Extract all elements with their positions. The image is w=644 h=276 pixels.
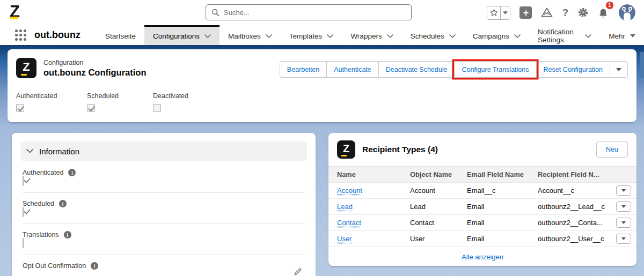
info-icon[interactable]: i (91, 262, 98, 270)
tab-templates[interactable]: Templates (281, 25, 342, 45)
svg-text:$: $ (582, 11, 584, 14)
row-actions-button[interactable] (616, 185, 631, 196)
tab-configurations[interactable]: Configurations (144, 25, 219, 45)
caret-down-icon (621, 205, 626, 208)
information-card: Information Authenticated i Scheduled i … (12, 133, 316, 276)
pencil-icon (294, 268, 302, 276)
guidance-center-button[interactable] (541, 8, 553, 18)
related-list-footer: Alle anzeigen (328, 247, 636, 266)
section-title: Information (39, 147, 79, 156)
field-label: Deactivated (153, 92, 188, 100)
setup-button[interactable]: $ (577, 7, 589, 18)
view-all-link[interactable]: Alle anzeigen (462, 253, 503, 261)
star-icon (490, 9, 498, 17)
column-header-email-field-name[interactable]: Email Field Name (467, 167, 538, 183)
chevron-down-icon[interactable] (266, 34, 272, 38)
record-action-buttons: Bearbeiten Authenticate Deactivate Sched… (280, 61, 628, 78)
column-header-name[interactable]: Name (328, 167, 410, 183)
global-header: Z + ? (0, 0, 644, 25)
brand-logo: Z (10, 3, 27, 21)
chevron-down-icon[interactable] (204, 34, 211, 38)
avatar-bear-icon (619, 4, 635, 21)
field-translations: Translations i (23, 224, 305, 255)
trailhead-icon (541, 8, 553, 18)
record-link-contact[interactable]: Contact (337, 219, 361, 227)
global-search[interactable] (206, 4, 412, 20)
information-section-header[interactable]: Information (20, 141, 307, 161)
field-opt-out-confirmation: Opt Out Confirmation i (23, 255, 305, 276)
recipient-types-table: Name Object Name Email Field Name Recipi… (328, 166, 636, 247)
record-link-account[interactable]: Account (337, 187, 362, 195)
gear-icon: $ (577, 7, 589, 18)
table-row: Account Account Email__c Account__c (328, 183, 636, 199)
more-actions-button[interactable] (610, 61, 628, 78)
authenticate-button[interactable]: Authenticate (326, 61, 379, 78)
plus-icon: + (523, 8, 529, 18)
related-list-title: Recipient Types (4) (362, 145, 589, 154)
translations-checkbox-detail (23, 238, 24, 248)
table-row: Lead Lead Email outbounz2__Lead__c (328, 199, 636, 215)
scheduled-checkbox-detail (23, 207, 24, 217)
tab-mailboxes[interactable]: Mailboxes (219, 25, 281, 45)
search-input[interactable] (224, 9, 406, 17)
recipient-types-entity-icon: Z (337, 140, 355, 159)
favorites-button-group (487, 6, 510, 20)
tab-schedules[interactable]: Schedules (402, 25, 464, 45)
chevron-down-icon (503, 11, 508, 14)
field-scheduled: Scheduled i (23, 193, 305, 224)
record-header-card: Z Configuration out.bounz Configuration … (8, 49, 636, 122)
configuration-entity-icon: Z (16, 58, 36, 78)
tab-startseite[interactable]: Startseite (97, 25, 144, 45)
tab-wrappers[interactable]: Wrappers (342, 25, 401, 45)
entity-label: Configuration (43, 59, 147, 66)
vertical-scrollbar[interactable] (640, 51, 644, 78)
scheduled-checkbox[interactable] (87, 104, 95, 112)
deactivate-schedule-button[interactable]: Deactivate Schedule (378, 61, 455, 78)
caret-down-icon (621, 237, 626, 240)
authenticated-checkbox-detail (23, 176, 24, 186)
bell-icon (598, 8, 609, 19)
header-summary-fields: Authenticated Scheduled Deactivated (16, 92, 188, 112)
row-actions-button[interactable] (616, 202, 631, 212)
chevron-down-icon[interactable] (514, 34, 521, 38)
info-icon[interactable]: i (59, 200, 67, 207)
favorite-star-button[interactable] (487, 6, 501, 19)
caret-down-icon (616, 68, 621, 71)
field-label: Scheduled (87, 92, 153, 100)
table-row: User User Email outbounz2__User__c (328, 231, 636, 247)
chevron-down-icon[interactable] (585, 34, 591, 38)
user-avatar[interactable] (619, 4, 635, 21)
tab-campaigns[interactable]: Campaigns (464, 25, 529, 45)
info-icon[interactable]: i (68, 169, 76, 176)
table-row: Contact Contact Email outbounz2__Conta..… (328, 215, 636, 231)
record-link-user[interactable]: User (337, 235, 352, 243)
row-actions-button[interactable] (616, 218, 631, 228)
new-recipient-type-button[interactable]: Neu (596, 141, 628, 158)
table-header-row: Name Object Name Email Field Name Recipi… (328, 167, 636, 183)
help-button[interactable]: ? (562, 7, 568, 19)
deactivated-checkbox[interactable] (153, 104, 161, 112)
configure-translations-button[interactable]: Configure Translations (454, 61, 536, 78)
notification-count-badge: 1 (605, 1, 614, 10)
tab-notification-settings[interactable]: Notification Settings (529, 25, 600, 45)
info-icon[interactable]: i (64, 231, 71, 238)
authenticated-checkbox[interactable] (16, 104, 24, 112)
chevron-down-icon[interactable] (449, 34, 456, 38)
bearbeiten-button[interactable]: Bearbeiten (280, 61, 327, 78)
column-header-recipient-field-name[interactable]: Recipient Field N... (538, 167, 616, 183)
reset-configuration-button[interactable]: Reset Configuration (536, 61, 610, 78)
app-launcher-icon[interactable] (15, 29, 26, 41)
tab-more[interactable]: Mehr (600, 25, 644, 45)
favorites-dropdown-button[interactable] (501, 6, 510, 19)
brand-logo-underline (10, 17, 18, 19)
search-icon (211, 9, 219, 17)
notifications-button[interactable]: 1 (598, 6, 610, 19)
chevron-down-icon[interactable] (327, 34, 333, 38)
record-link-lead[interactable]: Lead (337, 203, 353, 211)
field-label: Authenticated (16, 92, 87, 100)
row-actions-button[interactable] (616, 234, 631, 244)
chevron-down-icon[interactable] (387, 34, 393, 38)
column-header-object-name[interactable]: Object Name (410, 167, 467, 183)
global-actions-button[interactable]: + (519, 6, 532, 19)
edit-field-button[interactable] (294, 268, 302, 276)
